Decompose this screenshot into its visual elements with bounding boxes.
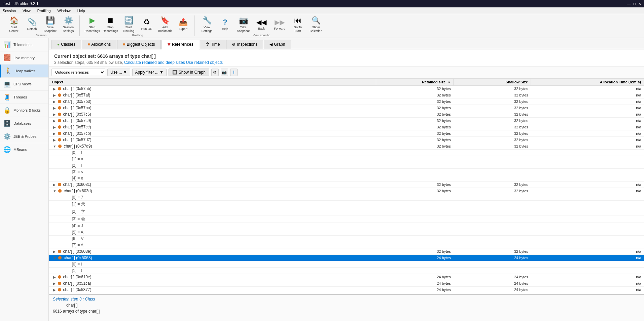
tree-toggle[interactable]: ▶ [53,93,56,97]
table-row[interactable]: [5] = A [49,229,644,236]
back-button[interactable]: ◀◀ Back [253,17,270,31]
table-row[interactable]: [2] = l [49,162,644,169]
tab-time[interactable]: ⏱ Time [200,40,225,49]
use-button[interactable]: Use ... ▼ [107,69,130,76]
table-row[interactable]: ▶char[ ] (0x603c)32 bytes32 bytesn/a [49,182,644,188]
tree-toggle[interactable]: ▶ [53,275,56,279]
menu-help[interactable]: Help [76,8,86,13]
tree-toggle[interactable]: ▶ [53,119,56,123]
info-icon-button[interactable]: i [230,69,238,76]
tree-toggle[interactable]: ▶ [53,87,56,91]
tab-classes[interactable]: ● Classes [51,40,81,49]
menu-window[interactable]: Window [56,8,72,13]
table-row[interactable]: ▶char[ ] (0x57cc)32 bytes32 bytesn/a [49,124,644,130]
tab-references[interactable]: ✖ References [162,40,200,49]
sidebar-item-databases[interactable]: 🗄️ Databases [0,117,48,130]
close-button[interactable]: ✕ [638,2,641,6]
take-snapshot-button[interactable]: 📷 TakeSnapshot [235,15,252,34]
tree-toggle[interactable]: ▶ [53,282,56,285]
sidebar-item-threads[interactable]: 🧵 Threads [0,91,48,104]
table-row[interactable]: ▶char[ ] (0x57d7)32 bytes32 bytesn/a [49,137,644,143]
run-gc-button[interactable]: ♻ Run GC [138,17,155,32]
export-button[interactable]: 📤 Export [175,17,191,32]
tab-inspections[interactable]: ⚙ Inspections [226,40,263,49]
apply-filter-button[interactable]: Apply filter ... ▼ [132,69,167,76]
tree-toggle[interactable]: ▶ [53,106,56,110]
session-settings-button[interactable]: ⚙️ SessionSettings [60,15,77,34]
table-row[interactable]: [1] = a [49,156,644,162]
tab-biggest-objects[interactable]: ■ Biggest Objects [117,40,160,49]
table-row[interactable]: ▶char[ ] (0x57af)32 bytes32 bytesn/a [49,92,644,98]
table-row[interactable]: ▶char[ ] (0x57c9)32 bytes32 bytesn/a [49,118,644,124]
col-retained-size[interactable]: Retained size ▼ [376,79,454,86]
table-row[interactable]: [1] = t [49,268,644,274]
table-row[interactable]: [0] = l [49,261,644,268]
tree-toggle[interactable]: ▶ [53,288,56,292]
tree-toggle[interactable]: ▶ [53,125,56,129]
reference-type-dropdown[interactable]: Outgoing references [51,69,105,76]
save-snapshot-button[interactable]: 💾 SaveSnapshot [42,15,59,34]
sidebar-item-jee-probes[interactable]: ⚙️ JEE & Probes [0,130,48,143]
tree-toggle[interactable]: ▶ [53,138,56,142]
minimize-button[interactable]: — [627,2,631,6]
tree-toggle[interactable]: ▶ [53,183,56,187]
menu-session[interactable]: Session [1,8,17,13]
start-recordings-button[interactable]: ▶ StartRecordings [84,15,101,34]
table-row[interactable]: ▶char[ ] (0x57ba)32 bytes32 bytesn/a [49,105,644,111]
table-row[interactable]: [6] = V [49,236,644,242]
table-row[interactable]: [2] = 学 [49,208,644,215]
show-selection-button[interactable]: 🔍 ShowSelection [308,15,324,34]
table-row[interactable]: [3] = s [49,169,644,175]
tree-toggle[interactable]: ▶ [53,132,56,135]
table-row[interactable]: [0] = f [49,150,644,156]
table-row[interactable]: [0] = 7 [49,194,644,201]
menu-view[interactable]: View [21,8,32,13]
start-tracking-button[interactable]: 🔄 StartTracking [120,15,137,34]
table-row[interactable]: ▼char[ ] (0x603d)32 bytes32 bytesn/a [49,188,644,194]
table-row[interactable]: [4] = J [49,223,644,229]
sidebar-item-heap-walker[interactable]: 🚶 Heap walker [0,65,48,78]
table-container[interactable]: Object Retained size ▼ Shallow Size Allo… [49,78,644,294]
help-button[interactable]: ? Help [217,17,234,32]
table-row[interactable]: ▶char[ ] (0x603e)32 bytes32 bytesn/a [49,248,644,255]
sidebar-item-monitors-locks[interactable]: 🔒 Monitors & locks [0,104,48,117]
view-settings-button[interactable]: 🔧 ViewSettings [199,15,215,34]
table-row[interactable]: [7] = A [49,242,644,248]
table-row[interactable]: ▶char[ ] (0x51ca)24 bytes24 bytesn/a [49,280,644,287]
window-controls[interactable]: — □ ✕ [627,2,641,6]
camera-icon-button[interactable]: 📷 [221,69,228,76]
menu-profiling[interactable]: Profiling [36,8,52,13]
tree-toggle[interactable]: ▶ [53,113,56,116]
sidebar-item-mbeans[interactable]: 🌐 MBeans [0,143,48,156]
table-row[interactable]: ▶char[ ] (0x57cb)32 bytes32 bytesn/a [49,130,644,137]
tree-toggle[interactable]: ▼ [53,256,57,260]
tree-toggle[interactable]: ▼ [53,189,57,193]
table-row[interactable]: ▶char[ ] (0x57c6)32 bytes32 bytesn/a [49,111,644,118]
table-row[interactable]: ▼char[ ] (0x57d9)32 bytes32 bytesn/a [49,143,644,150]
table-row[interactable]: [1] = 天 [49,201,644,208]
calculate-retained-link[interactable]: Calculate retained and deep sizes [124,60,185,65]
add-bookmark-button[interactable]: 🔖 AddBookmark [156,15,173,34]
sidebar-item-live-memory[interactable]: 🧱 Live memory [0,51,48,65]
show-in-graph-button[interactable]: 🔲 Show In Graph [169,69,209,76]
table-row[interactable]: [3] = 会 [49,215,644,223]
table-row[interactable]: ▶char[ ] (0x57ab)32 bytes32 bytesn/a [49,86,644,92]
tab-allocations[interactable]: ■ Allocations [82,40,116,49]
table-row[interactable]: ▶char[ ] (0x619e)24 bytes24 bytesn/a [49,274,644,280]
sidebar-item-cpu-views[interactable]: 💻 CPU views [0,78,48,91]
settings-icon-button[interactable]: ⚙ [211,69,219,76]
sidebar-item-telemetries[interactable]: 📊 Telemetries [0,38,48,51]
detach-button[interactable]: 📎 Detach [24,17,40,32]
tree-toggle[interactable]: ▼ [53,145,57,148]
forward-button[interactable]: ▶▶ Forward [271,17,288,31]
table-row[interactable]: ▶char[ ] (0x57b3)32 bytes32 bytesn/a [49,98,644,105]
table-row[interactable]: ▼char[ ] (0x5063)24 bytes24 bytesn/a [49,255,644,261]
use-retained-link[interactable]: Use retained objects [186,60,223,65]
tab-graph[interactable]: ◀ Graph [264,40,291,49]
go-to-start-button[interactable]: ⏮ Go ToStart [289,15,306,34]
table-row[interactable]: ▶char[ ] (0x5377)24 bytes24 bytesn/a [49,287,644,293]
tree-toggle[interactable]: ▶ [53,250,56,253]
stop-recordings-button[interactable]: ⏹ StopRecordings [102,15,119,34]
maximize-button[interactable]: □ [633,2,636,6]
table-row[interactable]: [4] = e [49,175,644,182]
